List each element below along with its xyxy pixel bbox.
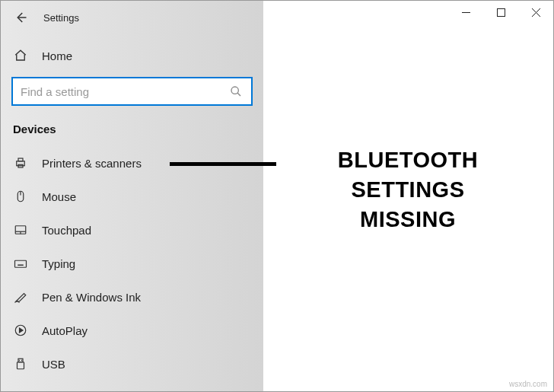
minimize-button[interactable]	[448, 1, 483, 24]
back-button[interactable]	[13, 10, 28, 25]
search-wrap	[1, 72, 263, 120]
search-icon	[228, 84, 244, 99]
nav-usb[interactable]: USB	[1, 347, 263, 381]
nav-typing[interactable]: Typing	[1, 247, 263, 280]
annotation-arrow	[170, 162, 276, 166]
nav-item-label: Pen & Windows Ink	[42, 291, 141, 304]
titlebar-controls	[448, 1, 553, 24]
svg-marker-18	[20, 328, 24, 333]
pen-icon	[13, 289, 28, 304]
touchpad-icon	[13, 222, 28, 237]
svg-rect-4	[18, 158, 23, 161]
nav-item-label: AutoPlay	[42, 324, 88, 337]
watermark: wsxdn.com	[509, 380, 547, 388]
app-title: Settings	[43, 12, 79, 24]
nav-touchpad[interactable]: Touchpad	[1, 213, 263, 247]
svg-rect-11	[15, 260, 27, 267]
svg-point-1	[231, 87, 238, 94]
search-input[interactable]	[21, 85, 228, 98]
home-icon	[13, 48, 28, 63]
close-icon	[532, 8, 540, 17]
autoplay-icon	[13, 323, 28, 338]
svg-rect-20	[18, 362, 24, 369]
nav-item-label: Mouse	[42, 190, 76, 203]
nav-mouse[interactable]: Mouse	[1, 180, 263, 213]
svg-line-2	[237, 93, 240, 96]
settings-sidebar: Settings Home Devic	[1, 1, 263, 391]
nav-autoplay[interactable]: AutoPlay	[1, 314, 263, 347]
nav-item-label: Printers & scanners	[42, 157, 142, 170]
minimize-icon	[462, 8, 470, 17]
nav-home-label: Home	[42, 49, 72, 62]
svg-rect-3	[17, 161, 25, 166]
search-box[interactable]	[11, 77, 253, 106]
nav-pen-ink[interactable]: Pen & Windows Ink	[1, 280, 263, 314]
main-content: BLUETOOTH SETTINGS MISSING wsxdn.com	[263, 1, 553, 391]
usb-icon	[13, 356, 28, 371]
annotation-line2: MISSING	[360, 207, 456, 231]
nav-item-label: Typing	[42, 257, 75, 270]
close-button[interactable]	[518, 1, 553, 24]
annotation-text: BLUETOOTH SETTINGS MISSING	[279, 145, 537, 234]
section-devices-label: Devices	[1, 120, 263, 146]
back-arrow-icon	[14, 11, 27, 24]
keyboard-icon	[13, 256, 28, 271]
nav-home[interactable]: Home	[1, 39, 263, 72]
printer-icon	[13, 155, 28, 171]
svg-rect-24	[497, 8, 505, 16]
nav-item-label: Touchpad	[42, 224, 91, 237]
header-row: Settings	[1, 7, 263, 39]
maximize-icon	[497, 8, 505, 17]
annotation-line1: BLUETOOTH SETTINGS	[338, 148, 478, 202]
mouse-icon	[13, 189, 28, 204]
nav-item-label: USB	[42, 358, 65, 371]
maximize-button[interactable]	[483, 1, 518, 24]
